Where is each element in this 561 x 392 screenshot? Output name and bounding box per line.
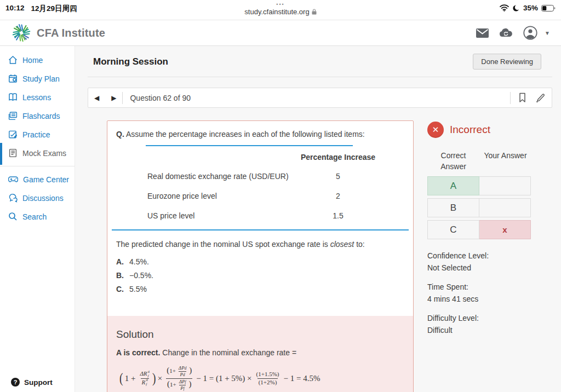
url-text: study.cfainstitute.org [244, 8, 309, 16]
your-answer-cell-c: x [479, 220, 531, 239]
sidebar-item-flashcards[interactable]: Flashcards [0, 107, 75, 125]
answer-row-c: C x [427, 220, 553, 239]
done-reviewing-button[interactable]: Done Reviewing [473, 54, 541, 70]
account-caret-down-icon[interactable]: ▼ [545, 30, 550, 36]
sidebar-item-discussions[interactable]: Discussions [0, 189, 75, 207]
option-c: C. 5.5% [116, 285, 404, 293]
sidebar-item-practice[interactable]: Practice [0, 125, 75, 144]
support-question-icon: ? [11, 378, 20, 387]
app-header: CFA Institute ▼ [0, 20, 561, 46]
correct-answer-cell-a: A [427, 176, 479, 195]
page-title: Morning Session [93, 56, 168, 67]
main-content: Morning Session Done Reviewing ◀ ▶ Quest… [75, 46, 561, 392]
ssl-lock-icon [312, 9, 317, 15]
option-b: B. −0.5%. [116, 271, 404, 280]
your-answer-header: Your Answer [479, 150, 531, 172]
lessons-book-icon [8, 93, 18, 102]
question-table: Percentage Increase Real domestic exchan… [116, 145, 404, 230]
incorrect-x-icon: ✕ [427, 122, 444, 138]
battery-percent: 35% [523, 4, 538, 12]
question-counter: Question 62 of 90 [130, 94, 191, 102]
your-answer-cell-b [479, 198, 531, 217]
difficulty-level-info: Difficulty Level: Difficult [427, 312, 553, 336]
sidebar-item-home[interactable]: Home [0, 51, 75, 70]
table-bottom-rule [112, 229, 409, 230]
do-not-disturb-moon-icon [512, 4, 520, 12]
solution-heading: Solution [116, 328, 404, 341]
correct-answer-cell-b: B [427, 198, 479, 217]
time-spent-info: Time Spent: 4 mins 41 secs [427, 281, 553, 305]
option-a: A. 4.5%. [116, 257, 404, 266]
url-bar[interactable]: study.cfainstitute.org [244, 8, 316, 16]
sidebar-item-mock-exams[interactable]: Mock Exams [0, 144, 75, 163]
support-button[interactable]: ? Support [11, 378, 53, 387]
sidebar-item-search[interactable]: Search [0, 207, 75, 226]
table-row: US price level 1.5 [116, 206, 404, 226]
browser-menu-dots[interactable]: ••• [0, 2, 561, 7]
mock-exams-icon [8, 148, 18, 158]
wifi-icon [500, 4, 509, 11]
question-navbar: ◀ ▶ Question 62 of 90 [88, 88, 552, 108]
brand-name: CFA Institute [37, 27, 105, 39]
home-icon [8, 55, 18, 65]
solution-a-text: A is correct. Change in the nominal exch… [116, 348, 404, 357]
prev-question-button[interactable]: ◀ [88, 94, 105, 102]
sidebar-item-game-center[interactable]: Game Center [0, 170, 75, 189]
answer-row-a: A [427, 176, 553, 195]
sidebar-divider [0, 166, 75, 166]
flashcards-icon [8, 111, 18, 120]
sidebar-item-study-plan[interactable]: Study Plan [0, 70, 75, 88]
confidence-level-info: Confidence Level: Not Selected [427, 250, 553, 274]
scribble-pencil-icon[interactable] [534, 93, 545, 103]
table-row: Real domestic exchange rate (USD/EUR) 5 [116, 166, 404, 186]
study-plan-icon [8, 74, 18, 83]
bookmark-icon[interactable] [518, 93, 526, 103]
practice-icon [8, 130, 18, 139]
correct-answer-header: Correct Answer [427, 150, 479, 172]
result-panel: ✕ Incorrect Correct Answer Your Answer A… [427, 120, 553, 343]
table-row: Eurozone price level 2 [116, 186, 404, 206]
question-card: Q. Assume the percentage increases in ea… [107, 120, 414, 392]
solution-formula: ( 1 + ΔRdf Rdf ) × (1+ ΔPd Pd [119, 365, 404, 391]
next-question-button[interactable]: ▶ [105, 94, 122, 102]
question-stem: The predicted change in the nominal US s… [116, 240, 404, 249]
account-avatar-icon[interactable] [523, 26, 537, 40]
ios-status-bar: 10:12 12月29日周四 ••• study.cfainstitute.or… [0, 0, 561, 20]
sidebar-item-lessons[interactable]: Lessons [0, 88, 75, 107]
correct-answer-cell-c: C [427, 220, 479, 239]
table-column-header: Percentage Increase [297, 153, 379, 162]
sidebar: Home Study Plan Lessons Flashcards [0, 46, 75, 392]
game-center-icon [8, 175, 18, 184]
sync-cloud-icon[interactable] [499, 28, 513, 38]
title-divider [88, 77, 552, 77]
cfa-pinwheel-icon [11, 22, 32, 43]
question-intro: Q. Assume the percentage increases in ea… [116, 130, 404, 139]
navbar-divider-right [510, 92, 511, 104]
your-answer-cell-a [479, 176, 531, 195]
messages-icon[interactable] [476, 28, 489, 38]
navbar-divider [122, 92, 123, 104]
result-status: Incorrect [450, 124, 490, 136]
cfa-institute-logo[interactable]: CFA Institute [11, 22, 105, 43]
answer-grid: A B C x [427, 176, 553, 239]
answer-row-b: B [427, 198, 553, 217]
search-icon [8, 212, 18, 221]
solution-section: Solution A is correct. Change in the nom… [107, 316, 413, 392]
battery-icon [541, 5, 556, 11]
discussions-icon [8, 193, 18, 203]
